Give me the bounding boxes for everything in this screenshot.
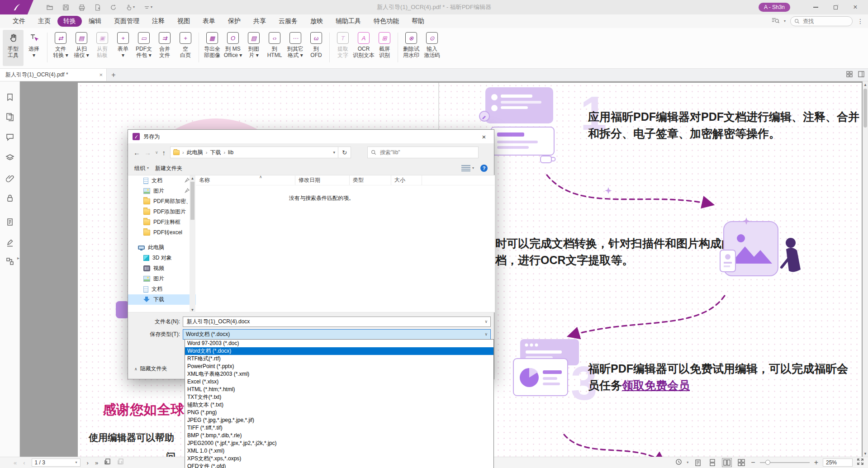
scroll-up-icon[interactable]: ▲ (190, 175, 195, 181)
touch-mode-button[interactable]: ▾ (126, 4, 135, 11)
document-tab[interactable]: 新人引导(1)_OCR(4).pdf * × (0, 69, 107, 81)
menu-item[interactable]: 共享 (247, 16, 272, 27)
ribbon-button[interactable]: ▣ 从剪贴板 (92, 30, 113, 66)
next-view-icon[interactable] (118, 459, 124, 467)
menu-item[interactable]: 保护 (222, 16, 247, 27)
file-type-option[interactable]: XML 1.0 (*.xml) (185, 447, 493, 455)
ribbon-button[interactable]: A OCR识别文本 (353, 30, 374, 66)
menu-item[interactable]: 转换 (57, 16, 82, 27)
folder-tree-item[interactable]: 视频 (128, 263, 196, 274)
nav-history-caret[interactable]: ∨ (155, 150, 158, 155)
refresh-button[interactable]: ↻ (338, 147, 351, 158)
ribbon-button[interactable]: ⊙ 输入激活码 (422, 30, 442, 66)
previous-page-button[interactable]: ‹ (23, 459, 25, 466)
dialog-close-button[interactable]: × (474, 130, 494, 143)
facing-view-icon[interactable] (722, 458, 732, 467)
nav-back-button[interactable]: ← (133, 149, 140, 156)
search-settings-icon[interactable] (771, 17, 779, 26)
chevron-down-icon[interactable]: ∨ (484, 332, 488, 336)
ribbon-button[interactable]: ω 到OFD (306, 30, 327, 66)
ribbon-button[interactable]: T 提取文字 (332, 30, 353, 66)
nav-forward-button[interactable]: → (144, 149, 151, 156)
menu-item[interactable]: 注释 (146, 16, 171, 27)
savetype-combobox[interactable]: Word文档 (*.docx) ∨ (183, 329, 491, 340)
column-name[interactable]: 名称∧ (196, 175, 295, 185)
fullscreen-icon[interactable] (857, 459, 863, 467)
redo-button[interactable] (110, 4, 117, 11)
folder-tree-item[interactable]: 图片 (128, 186, 196, 196)
folder-tree-item[interactable]: 3D 对象 (128, 253, 196, 263)
ribbon-button[interactable]: ⇄ 文件转换 ▾ (50, 30, 71, 66)
folder-tree-item[interactable]: PDF局部加密、P (128, 196, 196, 207)
file-type-option[interactable]: XML电子表格2003 (*.xml) (185, 370, 493, 378)
ribbon-button[interactable]: O 到 MSOffice ▾ (223, 30, 243, 66)
file-type-option[interactable]: XPS文档(*.xps,*.oxps) (185, 455, 493, 463)
select-tool-button[interactable]: 选择▾ (24, 30, 44, 66)
panel-layout-icon[interactable] (858, 71, 864, 79)
next-page-button[interactable]: › (87, 459, 89, 466)
save-button[interactable] (62, 4, 69, 11)
filename-input[interactable] (186, 318, 484, 325)
organize-button[interactable]: 组织▾ (134, 165, 149, 172)
file-summary-icon[interactable] (5, 217, 14, 227)
dialog-search-input[interactable] (379, 149, 465, 156)
print-button[interactable] (78, 4, 85, 11)
zoom-slider[interactable] (760, 462, 810, 463)
ribbon-button[interactable]: + 表单▾ (113, 30, 133, 66)
page-thumbnails-icon[interactable] (5, 113, 14, 122)
ribbon-button[interactable]: + 空白页 (175, 30, 196, 66)
folder-tree-item[interactable]: 文档 (128, 284, 196, 294)
address-bar[interactable]: › 此电脑 › 下载 › lib ▾ (170, 147, 338, 158)
folder-tree-item[interactable]: 图片 (128, 274, 196, 284)
scroll-down-icon[interactable]: ▼ (190, 307, 195, 313)
minimize-button[interactable] (806, 0, 825, 14)
menu-item[interactable]: 表单 (197, 16, 221, 27)
zoom-in-button[interactable]: + (814, 459, 818, 467)
signature-icon[interactable] (5, 238, 14, 247)
scrollbar-thumb[interactable] (190, 182, 194, 220)
menu-item[interactable]: 页面管理 (108, 16, 145, 27)
file-type-option[interactable]: RTF格式(*.rtf) (185, 355, 493, 363)
ribbon-button[interactable]: ⊗ 删除试用水印 (401, 30, 422, 66)
ribbon-button[interactable]: ▧ 到图片 ▾ (243, 30, 264, 66)
last-page-button[interactable]: » (95, 459, 98, 466)
open-file-button[interactable] (46, 4, 53, 11)
ribbon-button[interactable]: ⋯ 到其它格式 ▾ (285, 30, 306, 66)
nav-up-button[interactable]: ↑ (162, 149, 166, 156)
scrollbar-thumb[interactable] (863, 89, 867, 128)
first-page-button[interactable]: « (14, 459, 17, 466)
ribbon-button[interactable]: ⊞ 截屏识别 (374, 30, 395, 66)
hand-tool-button[interactable]: 手型工具 (3, 30, 24, 66)
page-number-box[interactable]: 1 / 3▾ (32, 459, 81, 467)
breadcrumb-lib[interactable]: lib (228, 149, 233, 156)
previous-view-icon[interactable] (104, 459, 111, 467)
ribbon-button[interactable] (395, 30, 401, 66)
rotate-view-icon[interactable] (675, 459, 682, 467)
menu-item[interactable]: 辅助工具 (330, 16, 367, 27)
customize-toolbar-button[interactable]: ▾ (144, 5, 152, 10)
folder-tree-item[interactable]: PDF转excel (128, 227, 196, 238)
hide-folders-button[interactable]: ∧ 隐藏文件夹 (134, 365, 167, 373)
menu-item[interactable]: 特色功能 (368, 16, 405, 27)
tab-close-icon[interactable]: × (99, 71, 103, 78)
file-type-option[interactable]: TXT文件(*.txt) (185, 393, 493, 401)
ribbon-button[interactable] (327, 30, 332, 66)
vertical-scrollbar[interactable]: ▲ ▼ (863, 81, 868, 457)
breadcrumb-downloads[interactable]: 下载 (210, 149, 221, 156)
ribbon-button[interactable] (44, 30, 50, 66)
facing-continuous-view-icon[interactable] (736, 458, 746, 467)
new-folder-button[interactable]: 新建文件夹 (155, 165, 182, 172)
cross-reference-icon[interactable] (5, 257, 14, 266)
tab-grid-icon[interactable] (846, 71, 853, 79)
dialog-search-box[interactable] (367, 147, 479, 158)
view-mode-button[interactable]: ▾ (461, 165, 474, 171)
account-badge[interactable]: A - Sh3n (759, 3, 790, 12)
folder-tree-item[interactable]: 下载 (128, 294, 196, 305)
file-type-option[interactable]: Word 97-2003 (*.doc) (185, 340, 493, 347)
find-box[interactable] (790, 16, 853, 26)
menu-item[interactable]: 放映 (304, 16, 329, 27)
attachment-icon[interactable] (5, 174, 14, 183)
file-type-option[interactable]: OFD文件 (*.ofd) (185, 463, 493, 468)
ribbon-button[interactable]: ▭ PDF文件包 ▾ (133, 30, 154, 66)
file-type-option[interactable]: JPEG (*.jpg,*.jpeg,*.jpe,*.jif) (185, 416, 493, 424)
